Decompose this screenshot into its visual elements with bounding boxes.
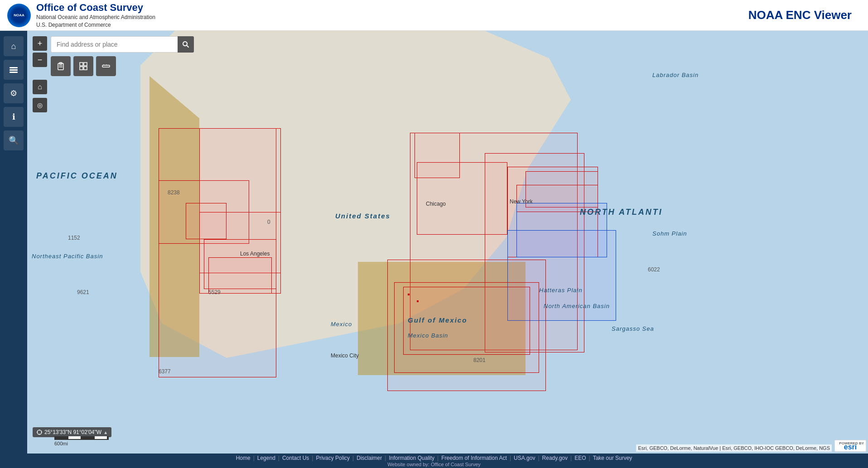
scale-seg-2 — [68, 436, 82, 439]
footer-disclaimer-link[interactable]: Disclaimer — [354, 455, 385, 461]
noaa-logo: NOAA — [7, 4, 31, 27]
footer-ready-link[interactable]: Ready.gov — [540, 455, 570, 461]
svg-rect-10 — [84, 63, 87, 66]
svg-rect-2 — [10, 72, 18, 73]
clipboard-tool-button[interactable] — [51, 56, 71, 76]
dot2 — [417, 300, 419, 302]
coord-display: 25°13'33"N 91°02'04"W ▲ — [33, 427, 111, 437]
org-info: Office of Coast Survey National Oceanic … — [36, 2, 748, 29]
crosshair-icon — [36, 429, 43, 435]
esri-logo: POWERED BY esri — [834, 440, 866, 452]
footer-eeo-link[interactable]: EEO — [572, 455, 588, 461]
footer-owned: Website owned by: Office of Coast Survey — [387, 462, 481, 467]
footer-info-quality-link[interactable]: Information Quality — [386, 455, 437, 461]
pacific-shelf — [149, 76, 199, 357]
measure-tool-button[interactable] — [96, 56, 116, 76]
svg-rect-0 — [10, 67, 18, 68]
footer-usa-link[interactable]: USA.gov — [511, 455, 538, 461]
scale-seg-1 — [55, 436, 68, 439]
esri-attribution: Esri, GEBCO, DeLorme, NaturalVue | Esri,… — [636, 444, 832, 452]
scale-line — [54, 436, 109, 440]
svg-rect-11 — [80, 67, 83, 70]
coordinate-value: 25°13'33"N 91°02'04"W — [44, 429, 101, 435]
search-input[interactable] — [51, 36, 178, 53]
sidebar-layers-btn[interactable] — [4, 60, 24, 80]
scale-bar: 600mi — [54, 436, 109, 446]
scale-label: 600mi — [54, 441, 68, 446]
footer-contact-link[interactable]: Contact Us — [280, 455, 312, 461]
footer-home-link[interactable]: Home — [233, 455, 253, 461]
zoom-in-button[interactable]: + — [33, 36, 47, 51]
search-button[interactable] — [178, 36, 194, 53]
svg-rect-13 — [102, 65, 110, 67]
zoom-out-button[interactable]: − — [33, 53, 47, 67]
svg-rect-1 — [10, 69, 18, 71]
gulf-shelf — [358, 262, 526, 375]
scale-seg-4 — [95, 436, 108, 439]
org-line1: National Oceanic and Atmospheric Adminis… — [36, 14, 748, 21]
svg-rect-9 — [80, 63, 83, 66]
svg-line-4 — [187, 45, 188, 47]
footer-survey-link[interactable]: Take our Survey — [590, 455, 635, 461]
map-location-button[interactable]: ◎ — [33, 98, 47, 112]
viewer-title: NOAA ENC Viewer — [748, 8, 852, 22]
footer-foia-link[interactable]: Freedom of Information Act — [439, 455, 510, 461]
dot1 — [408, 294, 410, 295]
svg-rect-12 — [84, 67, 87, 70]
map-toolbar: + − — [33, 36, 47, 67]
map-home-button[interactable]: ⌂ — [33, 80, 47, 94]
coord-expand-button[interactable]: ▲ — [103, 430, 108, 435]
powered-by-text: POWERED BY — [839, 441, 864, 445]
tool-buttons — [51, 56, 116, 76]
search-bar — [51, 36, 194, 53]
org-name: Office of Coast Survey — [36, 2, 748, 14]
map[interactable]: PACIFIC OCEANNORTH ATLANTIGulf of Mexico… — [27, 31, 868, 454]
footer-privacy-link[interactable]: Privacy Policy — [313, 455, 352, 461]
sidebar: ⌂ ⚙ ℹ 🔍 — [0, 31, 27, 454]
org-line2: U.S. Department of Commerce — [36, 21, 748, 29]
sidebar-settings-btn[interactable]: ⚙ — [4, 83, 24, 103]
header: NOAA Office of Coast Survey National Oce… — [0, 0, 868, 31]
grid-tool-button[interactable] — [73, 56, 93, 76]
sidebar-info-btn[interactable]: ℹ — [4, 107, 24, 127]
sidebar-search-btn[interactable]: 🔍 — [4, 130, 24, 150]
footer-links: Home | Legend | Contact Us | Privacy Pol… — [233, 455, 635, 461]
footer: Home | Legend | Contact Us | Privacy Pol… — [0, 454, 868, 468]
footer-legend-link[interactable]: Legend — [255, 455, 278, 461]
sidebar-home-btn[interactable]: ⌂ — [4, 36, 24, 56]
scale-seg-3 — [82, 436, 95, 439]
